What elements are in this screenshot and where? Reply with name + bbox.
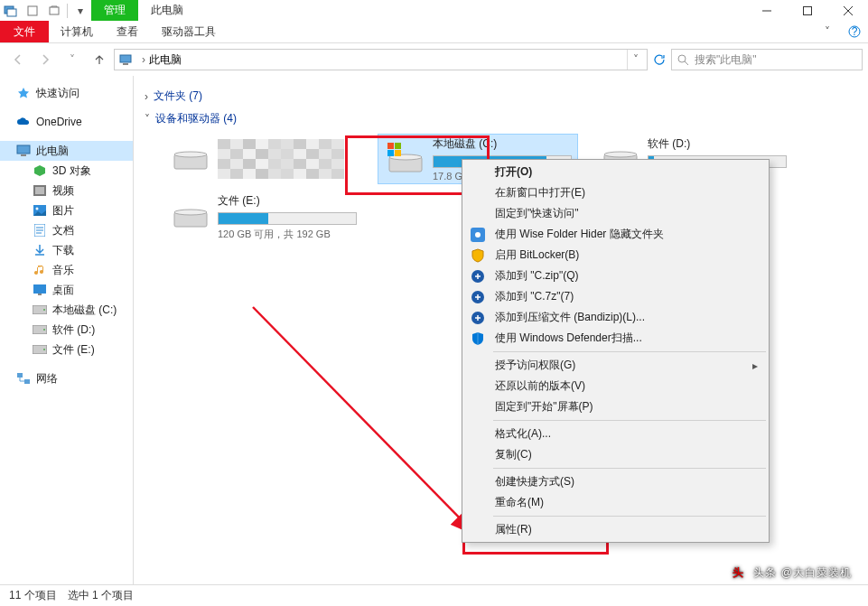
address-dropdown[interactable]: ˅: [627, 50, 643, 70]
watermark: 头 头条 @大白菜装机: [728, 563, 852, 583]
network-icon: [16, 371, 31, 386]
ctx-pin-quick-access[interactable]: 固定到"快速访问": [464, 203, 767, 224]
search-placeholder: 搜索"此电脑": [695, 52, 757, 68]
sidebar-network[interactable]: 网络: [0, 368, 133, 388]
qat-item[interactable]: [43, 1, 65, 21]
ribbon-context-tab[interactable]: 管理: [91, 0, 138, 21]
address-bar[interactable]: › 此电脑 ˅: [114, 49, 648, 70]
help-icon[interactable]: ?: [841, 21, 868, 42]
ribbon-tab-view[interactable]: 查看: [105, 21, 150, 42]
recent-dropdown[interactable]: ˅: [60, 47, 85, 72]
sidebar-this-pc[interactable]: 此电脑: [0, 141, 133, 161]
sidebar-quick-access[interactable]: 快速访问: [0, 83, 133, 103]
drive-name: 软件 (D:): [648, 136, 787, 152]
svg-rect-11: [21, 154, 26, 156]
ribbon-tab-computer[interactable]: 计算机: [49, 21, 105, 42]
status-item-count: 11 个项目: [9, 588, 57, 603]
drive-name: 本地磁盘 (C:): [433, 136, 572, 152]
desktop-icon: [33, 283, 47, 297]
quick-access-toolbar: ▾: [0, 0, 91, 21]
svg-rect-17: [33, 284, 46, 294]
sidebar-item-documents[interactable]: 文档: [0, 220, 133, 240]
star-icon: [16, 86, 31, 100]
svg-text:?: ?: [852, 25, 858, 38]
maximize-button[interactable]: [787, 0, 827, 21]
drive-icon: [169, 137, 212, 181]
sidebar-item-drive-d[interactable]: 软件 (D:): [0, 320, 133, 340]
ctx-open-new-window[interactable]: 在新窗口中打开(E): [464, 182, 767, 203]
status-bar: 11 个项目 选中 1 个项目: [0, 584, 868, 606]
ctx-create-shortcut[interactable]: 创建快捷方式(S): [464, 471, 767, 492]
drive-item[interactable]: [163, 134, 363, 184]
ctx-pin-start[interactable]: 固定到"开始"屏幕(P): [464, 396, 767, 417]
breadcrumb-arrow-icon[interactable]: ›: [138, 53, 149, 66]
file-tab[interactable]: 文件: [0, 21, 49, 42]
ctx-rename[interactable]: 重命名(M): [464, 492, 767, 513]
back-button[interactable]: [5, 47, 31, 72]
bandizip-icon: [470, 310, 486, 326]
search-input[interactable]: 搜索"此电脑": [671, 49, 863, 70]
ctx-bitlocker[interactable]: 启用 BitLocker(B): [464, 245, 767, 266]
window-controls: [746, 0, 868, 21]
sidebar-item-pictures[interactable]: 图片: [0, 200, 133, 220]
sidebar-item-3d[interactable]: 3D 对象: [0, 161, 133, 181]
ctx-grant-access[interactable]: 授予访问权限(G)▸: [464, 355, 767, 376]
forward-button[interactable]: [33, 47, 58, 72]
ribbon-tab-drive-tools[interactable]: 驱动器工具: [150, 21, 228, 42]
svg-point-30: [389, 154, 422, 160]
ctx-copy[interactable]: 复制(C): [464, 444, 767, 465]
svg-point-24: [43, 349, 45, 350]
drive-item-e[interactable]: 文件 (E:) 120 GB 可用，共 192 GB: [163, 191, 363, 242]
chevron-down-icon: ˅: [145, 113, 150, 126]
refresh-button[interactable]: [649, 49, 669, 70]
defender-icon: [470, 331, 486, 347]
sidebar-item-downloads[interactable]: 下载: [0, 240, 133, 260]
breadcrumb-location[interactable]: 此电脑: [149, 52, 182, 68]
ctx-format[interactable]: 格式化(A)...: [464, 424, 767, 444]
sidebar-item-video[interactable]: 视频: [0, 181, 133, 200]
drive-icon: [384, 137, 427, 181]
close-button[interactable]: [827, 0, 868, 21]
ctx-open[interactable]: 打开(O): [464, 162, 767, 182]
svg-rect-3: [50, 7, 59, 14]
svg-rect-33: [387, 150, 394, 156]
svg-point-15: [36, 208, 39, 210]
svg-rect-10: [17, 145, 30, 154]
up-button[interactable]: [87, 47, 112, 72]
computer-icon: [118, 52, 133, 67]
drive-icon: [33, 303, 47, 317]
ctx-wise-hider[interactable]: 使用 Wise Folder Hider 隐藏文件夹: [464, 224, 767, 245]
ctx-add-7z[interactable]: 添加到 "C.7z"(7): [464, 286, 767, 307]
sidebar-item-drive-c[interactable]: 本地磁盘 (C:): [0, 300, 133, 320]
qat-item[interactable]: [22, 1, 43, 21]
cube-icon: [33, 163, 47, 178]
folders-section-header[interactable]: › 文件夹 (7): [145, 89, 857, 104]
cloud-icon: [16, 115, 31, 129]
submenu-arrow-icon: ▸: [752, 359, 758, 372]
ctx-defender-scan[interactable]: 使用 Windows Defender扫描...: [464, 328, 767, 349]
svg-point-36: [604, 152, 637, 157]
ctx-add-bandizip[interactable]: 添加到压缩文件 (Bandizip)(L)...: [464, 307, 767, 328]
ctx-restore-previous[interactable]: 还原以前的版本(V): [464, 376, 767, 396]
svg-rect-34: [395, 150, 401, 156]
sidebar-item-drive-e[interactable]: 文件 (E:): [0, 340, 133, 359]
ribbon-expand-icon[interactable]: ˅: [814, 21, 841, 42]
svg-rect-32: [395, 143, 401, 149]
svg-rect-8: [123, 63, 128, 65]
ctx-add-zip[interactable]: 添加到 "C.zip"(Q): [464, 266, 767, 286]
window-title: 此电脑: [138, 3, 196, 18]
sidebar-onedrive[interactable]: OneDrive: [0, 112, 133, 132]
minimize-button[interactable]: [746, 0, 787, 21]
chevron-right-icon: ›: [145, 90, 148, 103]
drives-section-header[interactable]: ˅ 设备和驱动器 (4): [145, 111, 857, 126]
sidebar-item-music[interactable]: 音乐: [0, 260, 133, 280]
qat-dropdown[interactable]: ▾: [70, 1, 91, 21]
svg-rect-1: [7, 9, 16, 16]
drive-icon: [169, 195, 212, 238]
navbar: ˅ › 此电脑 ˅ 搜索"此电脑": [0, 43, 868, 76]
sidebar-item-desktop[interactable]: 桌面: [0, 280, 133, 300]
film-icon: [33, 183, 47, 198]
ctx-properties[interactable]: 属性(R): [464, 519, 767, 540]
svg-point-22: [43, 329, 45, 331]
titlebar: ▾ 管理 此电脑: [0, 0, 868, 21]
